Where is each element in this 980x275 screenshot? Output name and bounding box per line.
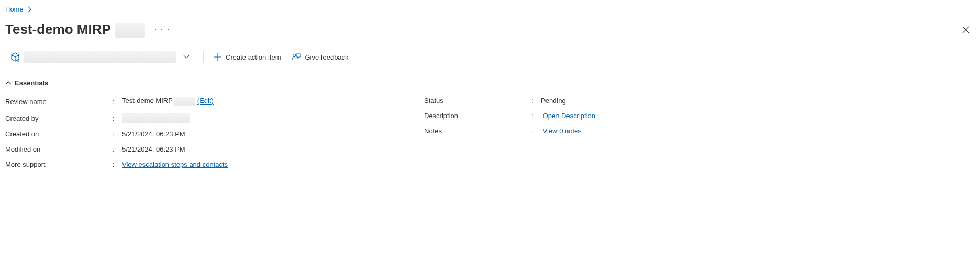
toolbar: Create action item Give feedback (5, 46, 975, 68)
breadcrumb-home-link[interactable]: Home (5, 5, 24, 13)
created-by-value (122, 113, 190, 123)
colon: : (531, 127, 541, 135)
breadcrumb: Home (5, 4, 975, 17)
give-feedback-button[interactable]: Give feedback (286, 50, 354, 64)
svg-point-0 (293, 54, 295, 57)
page-title-text: Test-demo MIRP (5, 21, 110, 37)
close-button[interactable] (957, 23, 975, 37)
review-name-value: Test-demo MIRP (Edit) (122, 97, 214, 106)
created-by-label: Created by (5, 114, 113, 122)
essentials-row-modified-on: Modified on : 5/21/2024, 06:23 PM (5, 142, 403, 157)
redacted-created-by (122, 113, 190, 123)
more-menu-button[interactable]: · · · (150, 24, 174, 35)
colon: : (531, 112, 541, 120)
chevron-up-icon (5, 81, 12, 85)
essentials-toggle[interactable]: Essentials (5, 76, 975, 93)
description-label: Description (424, 112, 531, 120)
created-on-label: Created on (5, 130, 113, 138)
description-link[interactable]: Open Description (543, 112, 595, 120)
more-support-link[interactable]: View escalation steps and contacts (122, 161, 228, 168)
plus-icon (214, 53, 221, 61)
close-icon (962, 26, 970, 33)
more-support-label: More support (5, 161, 113, 168)
essentials-row-created-by: Created by : (5, 110, 403, 127)
review-name-label: Review name (5, 98, 113, 106)
notes-link[interactable]: View 0 notes (543, 127, 582, 135)
modified-on-label: Modified on (5, 145, 113, 153)
essentials-left-column: Review name : Test-demo MIRP (Edit) Crea… (5, 93, 403, 172)
essentials-right-column: Status : Pending Description : Open Desc… (424, 93, 822, 172)
colon: : (113, 98, 122, 106)
cube-icon (10, 52, 20, 62)
essentials-row-review-name: Review name : Test-demo MIRP (Edit) (5, 93, 403, 110)
status-label: Status (424, 97, 531, 105)
create-action-item-label: Create action item (226, 53, 281, 61)
give-feedback-label: Give feedback (305, 53, 349, 61)
create-action-item-button[interactable]: Create action item (209, 50, 286, 64)
created-on-value: 5/21/2024, 06:23 PM (122, 130, 185, 138)
redacted-dropdown-value (24, 51, 176, 63)
modified-on-value: 5/21/2024, 06:23 PM (122, 145, 185, 153)
edit-link[interactable]: (Edit) (197, 97, 214, 105)
redacted-review-name-part (174, 97, 195, 106)
colon: : (113, 114, 122, 122)
status-value: Pending (541, 97, 566, 105)
notes-label: Notes (424, 127, 531, 135)
essentials-row-more-support: More support : View escalation steps and… (5, 157, 403, 172)
essentials-row-status: Status : Pending (424, 93, 822, 108)
review-name-text: Test-demo MIRP (122, 97, 173, 105)
page-header: Test-demo MIRP · · · (5, 17, 975, 46)
essentials-title: Essentials (15, 79, 48, 87)
essentials-row-notes: Notes : View 0 notes (424, 123, 822, 139)
redacted-title-part (115, 23, 145, 38)
page-title: Test-demo MIRP (5, 21, 145, 38)
toolbar-separator (203, 51, 204, 63)
feedback-icon (292, 53, 301, 61)
essentials-panel: Review name : Test-demo MIRP (Edit) Crea… (5, 93, 975, 172)
resource-dropdown[interactable] (5, 48, 198, 66)
essentials-row-created-on: Created on : 5/21/2024, 06:23 PM (5, 127, 403, 142)
colon: : (113, 145, 122, 153)
colon: : (113, 161, 122, 168)
colon: : (113, 130, 122, 138)
colon: : (531, 97, 541, 105)
essentials-row-description: Description : Open Description (424, 108, 822, 123)
chevron-down-icon (180, 55, 193, 59)
chevron-right-icon (28, 6, 32, 13)
